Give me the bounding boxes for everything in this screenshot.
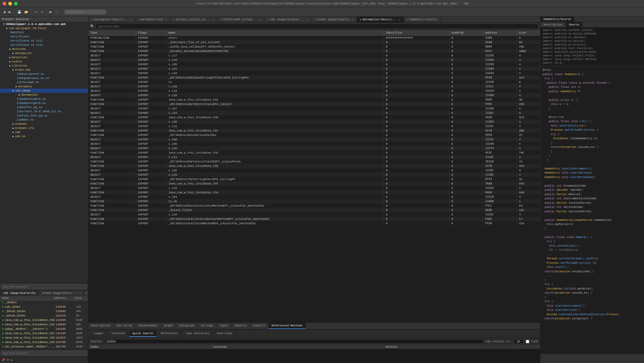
bottom-tab-disassembly[interactable]: Disassembly: [136, 323, 161, 329]
table-row[interactable]: OBJECT EXPORT cn 0 0 13140 8: [88, 80, 540, 84]
table-row[interactable]: OBJECT EXPORT x.100 0 0 1323C 4: [88, 137, 540, 142]
table-search-input[interactable]: [96, 24, 538, 29]
tree-item[interactable]: ▶ Assets: [0, 60, 88, 64]
table-row[interactable]: OBJECT EXPORT x.110 0 0 13244 4: [88, 89, 540, 93]
table-row[interactable]: FUNCTION EXPORT _Zblock_filePc 0 0 6680 …: [88, 208, 540, 212]
bottom-tab-hex-array[interactable]: Hex Array: [114, 323, 136, 329]
bottom-tab-referenced-methods[interactable]: Referenced Methods: [269, 323, 306, 329]
tree-item[interactable]: libThreeWP.so: [0, 80, 88, 84]
table-row[interactable]: OBJECT EXPORT x.136 0 0 131CC 4: [88, 84, 540, 89]
table-row[interactable]: OBJECT EXPORT x.122 0 0 131B4 4: [88, 67, 540, 71]
hierarchy-item[interactable]: ● Java_com_w_thsz_InsideUse_thC 14210h 2…: [0, 331, 88, 336]
toolbar-open[interactable]: 📂: [23, 10, 29, 14]
console-tab-quick-search[interactable]: Quick Search: [129, 331, 156, 337]
right-tab-homeentry[interactable]: HomeEntry/Source: [540, 17, 574, 22]
table-row[interactable]: FUNCTION EXPORT is_ok 0 0 12AD0 1: [88, 199, 540, 203]
table-row[interactable]: FUNCTION EXPORT _ZN7JNIEnv14GetObjectCla…: [88, 102, 540, 106]
table-row[interactable]: FUNCTION EXPORT Java_com_w_thsz_InsideUs…: [88, 150, 540, 155]
right-tab-description[interactable]: Description: [540, 22, 566, 27]
hierarchy-item[interactable]: ● _JNIEnv: [0, 300, 88, 305]
hierarchy-pin-btn[interactable]: 📌: [2, 358, 5, 362]
bottom-tab-strings[interactable]: Strings: [198, 323, 216, 329]
hierarchy-item[interactable]: ● Java_com_w_thsz_InsideUse_thB 13420h 5…: [0, 318, 88, 322]
table-row[interactable]: FUNCTION EXPORT _Z24create_file_if_not_e…: [88, 40, 540, 44]
close-tab-btn[interactable]: ✕: [352, 18, 353, 21]
table-row[interactable]: FUNCTION EXPORT Java_com_w_thsz_InsideUs…: [88, 181, 540, 186]
tree-item[interactable]: libEncryptorP.so: [0, 72, 88, 76]
tree-item[interactable]: ▶ com.wallpaper.hd.funny: [0, 26, 88, 30]
hierarchy-item[interactable]: ● Java_com_w_thsz_InsideUse_thA 139E0h 3…: [0, 322, 88, 327]
omnibox-input[interactable]: [64, 10, 106, 14]
table-row[interactable]: OBJECT EXPORT x.138 0 0 131D4 4: [88, 120, 540, 124]
tree-item[interactable]: ▶ armeabi: [0, 122, 88, 126]
table-row[interactable]: FUNCTION EXPORT Java_com_w_thsz_InsideUs…: [88, 128, 540, 133]
bottom-tab-types[interactable]: Types: [216, 323, 231, 329]
tree-item[interactable]: ▶ Libraries: [0, 64, 88, 68]
console-tab-type-hierarchy[interactable]: Type Hierarchy: [182, 331, 213, 337]
lock-checkbox[interactable]: [526, 340, 529, 343]
table-row[interactable]: OBJECT EXPORT x.134 0 0 13284 4: [88, 58, 540, 62]
table-row[interactable]: FUNCTION EXPORT Java_com_w_thsz_InsideUs…: [88, 115, 540, 120]
table-row[interactable]: OBJECT EXPORT x.124 0 0 1326C 4: [88, 111, 540, 115]
close-tab-btn[interactable]: ✕: [306, 18, 308, 21]
editor-tab-4[interactable]: ◇x86 image/Disasse...✕: [264, 17, 311, 22]
table-row[interactable]: FUNCTION EXPORT _ZN7JNIEnv20CallStaticVo…: [88, 203, 540, 208]
toolbar-run[interactable]: ▶: [49, 10, 53, 14]
table-row[interactable]: FUNCTION EXPORT Java_com_w_thsz_InsideUs…: [88, 164, 540, 168]
table-row[interactable]: OBJECT EXPORT x.116 0 0 13264 4: [88, 186, 540, 190]
editor-tab-3[interactable]: ◇libThreeWP.so/Sym...✕: [217, 17, 264, 22]
table-row[interactable]: FUNCTION EXPORT Java_com_w_thsz_InsideUs…: [88, 97, 540, 102]
tree-item[interactable]: ▶ Bytecode: [0, 47, 88, 51]
console-tab-references[interactable]: References: [158, 331, 181, 337]
tree-item[interactable]: Certificate #3 (v3): [0, 43, 88, 47]
right-tab-source[interactable]: Source: [566, 22, 583, 27]
project-search-input[interactable]: [1, 284, 87, 289]
close-hierarchy-tab[interactable]: ✕: [79, 292, 81, 295]
tree-item[interactable]: ▶ x86-image: [0, 89, 88, 93]
table-row[interactable]: FUNCTION EXPORT _ZN7JNIEnv21ReleaseStrin…: [88, 75, 540, 80]
tree-item[interactable]: Certificate #2 (v2): [0, 39, 88, 43]
tree-item[interactable]: libfile_lock_pg.so: [0, 114, 88, 118]
hierarchy-item[interactable]: ● _Z8sub_25c8v 133E8h 34h: [0, 309, 88, 314]
close-button[interactable]: [3, 2, 6, 5]
minimize-button[interactable]: [8, 2, 12, 5]
tab-arm64-hierarchy[interactable]: arm64 image/Hiera... ✕: [39, 291, 84, 296]
close-tab-btn[interactable]: ✕: [259, 18, 261, 21]
tree-item[interactable]: ▶ x86_64: [0, 134, 88, 138]
hierarchy-item[interactable]: ● _Z8sub_25c9v 1341Ch 4h: [0, 314, 88, 318]
tree-item[interactable]: Certificate: [0, 35, 88, 39]
table-row[interactable]: OBJECT EXPORT x.119 0 0 13260 4: [88, 93, 540, 97]
tree-item[interactable]: libapminsighta.so: [0, 97, 88, 101]
console-tab-logger[interactable]: Logger: [90, 331, 107, 337]
table-row[interactable]: OBJECT EXPORT x.117 0 0 13258 4: [88, 53, 540, 58]
toolbar-btn-2[interactable]: ▶: [8, 10, 12, 14]
table-row[interactable]: FUNCTION EXPORT _Z16TB_java_callbackP7_J…: [88, 44, 540, 49]
bottom-tab-description[interactable]: Description: [88, 323, 114, 329]
table-row[interactable]: OBJECT EXPORT x.105 0 0 13198 4: [88, 62, 540, 67]
hierarchy-item[interactable]: ● set_process_name(_JNIEnv*, _jstring*) …: [0, 345, 88, 349]
table-row[interactable]: FUNCTION EXPORT _ZN7JNIEnv16GetStaticFie…: [88, 159, 540, 164]
tree-item[interactable]: ▶ Resources: [0, 55, 88, 60]
tree-item[interactable]: ▶ metadata: [0, 84, 88, 89]
tab-x86-hierarchy[interactable]: x86 image/Hierarchy: [0, 291, 39, 296]
table-row[interactable]: FUNCTION EXPORT _ZN7JNIEnv23CallStaticBo…: [88, 217, 540, 221]
tree-item[interactable]: libcronet.76.0.3809.111.so: [0, 109, 88, 114]
tree-item[interactable]: ▶ x86: [0, 130, 88, 134]
table-row[interactable]: OBJECT EXPORT x.114 0 0 131AC 4: [88, 155, 540, 159]
editor-tab-5[interactable]: ◇arm64 image/Exports✕: [311, 17, 357, 22]
table-row[interactable]: OBJECT EXPORT x.104 0 0 13218 4: [88, 195, 540, 199]
bottom-tab-graph[interactable]: Graph: [161, 323, 176, 329]
tree-item[interactable]: libPglmetasec_ov.so: [0, 76, 88, 80]
toolbar-btn-1[interactable]: ◀: [2, 10, 6, 14]
hierarchy-item[interactable]: ● sub_133A4 133A4h 14h: [0, 305, 88, 309]
tree-item[interactable]: ▶ decompiler: [0, 93, 88, 97]
maximize-button[interactable]: [14, 2, 18, 5]
table-row[interactable]: PTRFUNCTION EXPORT start FFFFFFFFFFFFFFF…: [88, 36, 540, 40]
table-row[interactable]: OBJECT EXPORT x.126 0 0 13274 4: [88, 146, 540, 150]
editor-tab-6[interactable]: ◇decompiler/Descri...✕: [357, 17, 404, 22]
tree-item[interactable]: libbuffer_pg.so: [0, 105, 88, 109]
hierarchy-item[interactable]: ● Java_com_w_thsz_InsideUse_thE 15378h 4…: [0, 340, 88, 345]
tree-item[interactable]: libmmkv.so: [0, 118, 88, 122]
cap-input[interactable]: [513, 339, 524, 344]
table-row[interactable]: OBJECT EXPORT x.148 0 0 132A4 4: [88, 71, 540, 75]
